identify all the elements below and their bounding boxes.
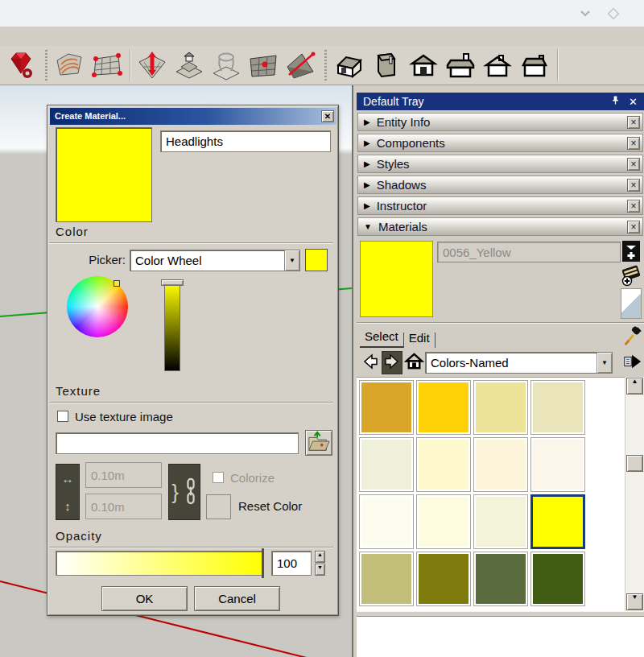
diamond-icon[interactable] — [606, 6, 621, 21]
sandbox-from-contours-button[interactable] — [52, 48, 88, 83]
chevron-down-icon[interactable]: ▼ — [284, 250, 299, 271]
sandbox-add-detail-button[interactable] — [246, 48, 281, 83]
colorize-label: Colorize — [230, 471, 275, 485]
swatch-10[interactable] — [473, 494, 528, 549]
swatch-1[interactable] — [416, 380, 471, 435]
swatch-13[interactable] — [416, 552, 471, 606]
lock-aspect-ratio-button[interactable]: } — [168, 464, 200, 520]
chevron-down-icon[interactable]: ▼ — [597, 353, 612, 373]
material-name-field[interactable] — [437, 242, 621, 262]
sandbox-add-detail-icon — [247, 49, 279, 81]
in-model-button[interactable] — [403, 351, 424, 374]
view-right-button[interactable] — [517, 48, 552, 83]
triangle-down-icon: ▼ — [364, 223, 372, 231]
close-dialog-button[interactable]: ✕ — [321, 110, 334, 122]
secondary-pane-icon[interactable] — [622, 241, 640, 265]
view-left-button[interactable] — [480, 48, 515, 83]
texture-section-label: Texture — [56, 384, 101, 398]
opacity-value-input[interactable] — [271, 551, 312, 576]
swatch-8[interactable] — [359, 494, 414, 549]
view-top-button[interactable] — [369, 48, 404, 83]
opacity-slider[interactable] — [56, 551, 263, 576]
tray-section-shadows[interactable]: ▶Shadows× — [357, 176, 643, 194]
section-close-button[interactable]: × — [627, 137, 640, 150]
section-close-button[interactable]: × — [627, 221, 640, 233]
sample-paint-eyedropper-icon[interactable] — [622, 325, 642, 351]
swatch-7[interactable] — [530, 437, 585, 492]
swatch-9[interactable] — [416, 494, 471, 549]
dialog-titlebar[interactable]: Create Material... ✕ — [50, 108, 336, 125]
ok-button[interactable]: OK — [101, 586, 188, 611]
swatch-15[interactable] — [530, 552, 585, 606]
scroll-down-button[interactable]: ▼ — [626, 593, 643, 610]
value-slider[interactable] — [164, 283, 180, 371]
material-name-input[interactable] — [160, 130, 331, 152]
browse-texture-button[interactable] — [305, 430, 332, 456]
close-tray-icon[interactable]: ✕ — [629, 97, 638, 107]
forward-button[interactable] — [382, 351, 402, 374]
view-top-icon — [370, 49, 402, 81]
pin-icon[interactable] — [610, 95, 621, 108]
details-button[interactable] — [622, 351, 643, 374]
picker-dropdown[interactable]: Color Wheel ▼ — [130, 250, 300, 271]
section-close-button[interactable]: × — [627, 158, 640, 171]
tray-section-instructor[interactable]: ▶Instructor× — [357, 196, 643, 215]
chevron-down-icon[interactable] — [578, 6, 592, 21]
sandbox-drape-button[interactable] — [208, 48, 244, 83]
tab-edit[interactable]: Edit — [404, 328, 435, 348]
tab-select[interactable]: Select — [360, 327, 403, 348]
opacity-spin-up-button[interactable]: ▲ — [315, 551, 325, 563]
tray-section-styles[interactable]: ▶Styles× — [357, 155, 643, 173]
tray-section-entity-info[interactable]: ▶Entity Info× — [357, 113, 643, 131]
view-front-button[interactable] — [406, 48, 441, 83]
create-material-icon[interactable] — [621, 264, 642, 290]
scroll-up-button[interactable]: ▲ — [626, 378, 643, 395]
collection-dropdown[interactable]: Colors-Named ▼ — [425, 352, 613, 374]
color-wheel-marker[interactable] — [114, 280, 120, 287]
texture-height-field[interactable] — [85, 494, 162, 519]
swatch-5[interactable] — [416, 437, 471, 492]
swatch-0[interactable] — [359, 380, 414, 435]
texture-width-field[interactable] — [85, 462, 162, 488]
view-iso-button[interactable] — [332, 48, 367, 83]
default-material-swatch[interactable] — [621, 288, 642, 319]
material-preview-swatch[interactable] — [360, 241, 433, 317]
colorize-checkbox[interactable] — [213, 472, 224, 483]
sandbox-from-scratch-icon — [91, 49, 123, 81]
sandbox-smoove-button[interactable] — [134, 48, 170, 83]
current-color-swatch[interactable] — [305, 249, 328, 271]
tray-titlebar[interactable]: Default Tray ✕ — [357, 93, 644, 110]
section-close-button[interactable]: × — [627, 200, 640, 213]
swatch-12[interactable] — [359, 552, 414, 606]
texture-path-input[interactable] — [56, 432, 299, 454]
section-label: Shadows — [377, 178, 427, 192]
value-slider-handle[interactable] — [161, 279, 184, 286]
scrollbar-thumb[interactable] — [626, 455, 643, 472]
tray-section-materials[interactable]: ▼Materials× — [357, 217, 643, 236]
section-label: Styles — [377, 157, 410, 171]
opacity-slider-handle[interactable] — [262, 548, 264, 578]
splitter[interactable] — [357, 611, 644, 617]
swatch-11[interactable] — [530, 494, 585, 549]
reset-color-swatch[interactable] — [206, 494, 231, 519]
section-close-button[interactable]: × — [627, 116, 640, 129]
section-close-button[interactable]: × — [627, 179, 640, 192]
view-back-button[interactable] — [443, 48, 478, 83]
sandbox-smoove-icon — [136, 49, 168, 81]
swatch-2[interactable] — [473, 380, 528, 435]
opacity-spin-down-button[interactable]: ▼ — [315, 564, 325, 576]
sandbox-flip-edge-button[interactable] — [283, 48, 318, 83]
ruby-console-button[interactable] — [3, 48, 39, 83]
back-button[interactable] — [360, 351, 381, 374]
swatch-4[interactable] — [359, 437, 414, 492]
use-texture-checkbox[interactable] — [57, 411, 68, 422]
tray-section-components[interactable]: ▶Components× — [357, 134, 643, 152]
swatch-3[interactable] — [530, 380, 585, 435]
scrollbar[interactable]: ▲ ▼ — [625, 377, 644, 611]
cancel-button[interactable]: Cancel — [194, 586, 280, 611]
texture-size-axes-buttons[interactable]: ↔ ↕ — [56, 464, 80, 520]
swatch-14[interactable] — [473, 552, 528, 606]
sandbox-from-scratch-button[interactable] — [89, 48, 125, 83]
swatch-6[interactable] — [473, 437, 528, 492]
sandbox-stamp-button[interactable] — [171, 48, 207, 83]
